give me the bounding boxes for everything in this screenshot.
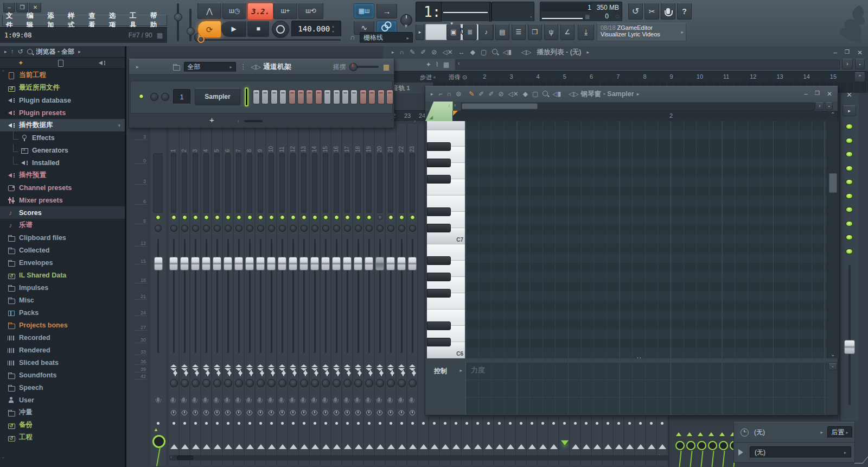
strip-route-arrow[interactable]: [311, 440, 319, 449]
pr-control-header[interactable]: 控制 ▸: [425, 362, 466, 415]
swing-slider[interactable]: [350, 66, 379, 68]
mixer-strip-insert-8[interactable]: 插入 8: [244, 124, 254, 466]
maximize-icon[interactable]: ❐: [815, 90, 820, 98]
step-button-5[interactable]: [289, 90, 296, 104]
tempo-display[interactable]: 140.000▴▾: [291, 21, 341, 37]
strip-led[interactable]: [156, 215, 161, 220]
strip-updown-arrows[interactable]: [279, 361, 285, 367]
strip-pan-knob[interactable]: [155, 225, 162, 232]
browser-item-10[interactable]: Mixer presets: [0, 194, 125, 206]
grid-color-icon[interactable]: ▦: [383, 63, 390, 71]
strip-route-arrow[interactable]: [528, 440, 536, 449]
delay-arrow-icon[interactable]: ▸: [820, 430, 823, 435]
strip-fader-handle[interactable]: [397, 257, 406, 270]
strip-led[interactable]: [226, 215, 231, 220]
strip-leftright-arrows[interactable]: [289, 370, 295, 376]
strip-pan-knob[interactable]: [290, 225, 297, 232]
send-knob-2[interactable]: [686, 441, 695, 450]
title-arrow-icon[interactable]: ▸: [587, 50, 590, 55]
mixer-strip-insert-7[interactable]: 插入 7: [233, 124, 244, 466]
browser-item-14[interactable]: Collected: [0, 244, 125, 256]
browser-item-15[interactable]: Envelopes: [0, 256, 125, 269]
strip-route-arrow[interactable]: [659, 440, 666, 449]
strip-dot[interactable]: [607, 422, 609, 425]
strip-updown-arrows[interactable]: [366, 361, 372, 367]
strip-fader-track[interactable]: [282, 239, 283, 353]
strip-route-arrow[interactable]: [203, 440, 210, 449]
touch-controller-button[interactable]: ∠: [560, 24, 575, 40]
browser-item-1[interactable]: 最近所用文件: [0, 81, 125, 94]
rack-scrollbar[interactable]: ‹ ›: [238, 119, 395, 124]
step-button-6[interactable]: [297, 90, 304, 104]
menu-arrow-icon[interactable]: ▸: [431, 92, 433, 97]
strip-route-arrow[interactable]: [355, 440, 362, 449]
fx-slot-led-8[interactable]: [846, 221, 853, 226]
strip-fader-track[interactable]: [195, 239, 196, 353]
strip-stereo-knob[interactable]: [398, 379, 406, 387]
browser-item-21[interactable]: Recorded: [0, 331, 125, 344]
step-button-10[interactable]: [333, 90, 340, 104]
strip-leftright-arrows[interactable]: [278, 370, 284, 376]
strip-updown-arrows[interactable]: [355, 361, 361, 367]
fx-slot-led-2[interactable]: [846, 138, 853, 143]
channel-selector-bar[interactable]: [245, 87, 248, 106]
step-button-14[interactable]: [368, 90, 375, 104]
strip-pan-knob[interactable]: [355, 225, 362, 232]
strip-route-arrow[interactable]: [474, 440, 482, 449]
strip-dot[interactable]: [444, 422, 446, 425]
stop-button[interactable]: ■: [247, 21, 269, 37]
step-button-16[interactable]: [386, 90, 393, 104]
record-button[interactable]: [272, 21, 289, 38]
strip-pan-knob[interactable]: [301, 225, 308, 232]
master-pitch-handle[interactable]: [187, 27, 195, 35]
mixer-strip-insert-23[interactable]: 插入 23: [407, 124, 417, 466]
strip-led[interactable]: [334, 215, 339, 220]
fx-slot-led-6[interactable]: [846, 193, 853, 199]
playlist-timeline[interactable]: 步进 ▫ 滑行 ⊙ 123456789101112131415 ⌃: [383, 71, 868, 83]
rack-menu-icon[interactable]: ▸: [136, 65, 139, 70]
strip-leftright-arrows[interactable]: [235, 370, 241, 376]
strip-fader-handle[interactable]: [180, 257, 189, 270]
strip-stereo-knob[interactable]: [224, 379, 232, 387]
strip-stereo-knob[interactable]: [354, 379, 362, 387]
strip-dot[interactable]: [585, 422, 588, 425]
strip-pan-knob[interactable]: [203, 225, 210, 232]
browser-item-4[interactable]: 插件数据库▾: [0, 119, 125, 131]
close-icon[interactable]: ✕: [857, 49, 863, 56]
paint-drum-tool-icon[interactable]: ✐: [488, 91, 494, 97]
strip-updown-arrows[interactable]: [203, 361, 209, 367]
strip-dot[interactable]: [552, 422, 555, 425]
strip-pan-knob[interactable]: [311, 225, 318, 232]
piano-key-black[interactable]: [427, 321, 451, 330]
expand-icon[interactable]: ▸: [4, 49, 7, 54]
step-button-13[interactable]: [360, 90, 367, 104]
channel-button[interactable]: Sampler: [195, 88, 240, 105]
strip-led[interactable]: [193, 215, 198, 220]
step-edit-button[interactable]: ▦ш: [354, 3, 374, 18]
piano-key-black[interactable]: [427, 338, 451, 346]
strip-stereo-knob[interactable]: [322, 379, 330, 387]
oscilloscope-panel[interactable]: [441, 2, 490, 22]
strip-leftright-arrows[interactable]: [322, 370, 328, 376]
strip-route-arrow[interactable]: [626, 440, 634, 449]
strip-led[interactable]: [291, 215, 296, 220]
strip-dot[interactable]: [314, 422, 316, 425]
strip-dot[interactable]: [390, 422, 392, 425]
master-pitch-slider[interactable]: [189, 9, 192, 41]
mixer-strip-insert-2[interactable]: 插入 2: [179, 124, 189, 466]
select-tool-icon[interactable]: ▢: [481, 49, 487, 55]
browser-toggle-button[interactable]: ▤: [495, 24, 509, 40]
strip-fader-track[interactable]: [157, 239, 159, 353]
strip-pan-knob[interactable]: [333, 225, 340, 232]
step-button-3[interactable]: [271, 90, 278, 104]
strip-dot[interactable]: [357, 422, 360, 425]
download-content-button[interactable]: ⤓: [578, 24, 594, 40]
strip-route-arrow[interactable]: [225, 440, 232, 449]
playlist-tab[interactable]: ✦ ⌇ ▦: [390, 59, 455, 71]
browser-item-8[interactable]: 插件预置: [0, 169, 125, 181]
delete-tool-icon[interactable]: ⊘: [498, 91, 503, 97]
channel-target-selector[interactable]: 1: [173, 89, 190, 104]
loop-record-button[interactable]: ш⟲: [298, 3, 323, 19]
strip-pan-knob[interactable]: [322, 225, 329, 232]
pencil-tool-icon[interactable]: ✎: [469, 91, 474, 97]
